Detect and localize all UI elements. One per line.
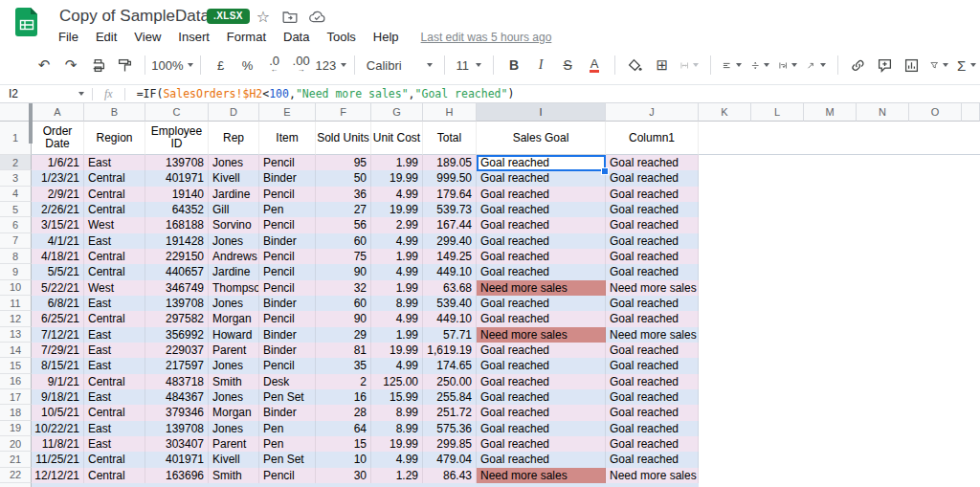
column-header-L[interactable]: L — [751, 103, 804, 122]
cell[interactable]: 4.99 — [371, 233, 423, 249]
insert-chart-button[interactable] — [903, 54, 921, 77]
cell[interactable]: 11/8/21 — [32, 436, 84, 452]
merge-cells-button[interactable] — [680, 54, 699, 77]
row-header-17[interactable]: 17 — [0, 389, 32, 405]
cell[interactable]: 139708 — [145, 155, 209, 170]
row-header-2[interactable]: 2 — [0, 155, 32, 170]
cell[interactable]: Goal reached — [606, 187, 699, 202]
font-family-select[interactable]: Calibri — [367, 54, 433, 77]
cell[interactable]: 4.99 — [371, 358, 423, 373]
cell[interactable]: Smith — [209, 468, 259, 483]
column-header-O[interactable]: O — [909, 103, 962, 122]
cell[interactable]: Binder — [259, 170, 316, 186]
cell[interactable]: 64 — [316, 421, 371, 436]
cell[interactable]: 163696 — [145, 468, 209, 483]
row-header-19[interactable]: 19 — [0, 421, 32, 436]
column-header-J[interactable]: J — [606, 103, 699, 122]
create-filter-button[interactable] — [930, 54, 948, 77]
cell[interactable]: 8.99 — [371, 405, 423, 420]
cell[interactable]: 139708 — [145, 421, 209, 436]
cell[interactable]: Goal reached — [477, 187, 606, 202]
cell[interactable]: Goal reached — [477, 389, 606, 405]
cell[interactable]: 4.99 — [371, 187, 423, 202]
cell[interactable]: East — [84, 233, 145, 249]
cell[interactable]: Sorvino — [209, 217, 259, 232]
cell[interactable]: Pencil — [259, 249, 316, 264]
cell[interactable]: 60 — [316, 233, 371, 249]
cell[interactable]: 19.99 — [371, 170, 423, 186]
cell[interactable]: East — [84, 327, 145, 343]
cell-header-item[interactable]: Item — [259, 122, 316, 155]
cell[interactable]: 60 — [316, 296, 371, 311]
cell[interactable]: 9/1/21 — [32, 374, 84, 389]
cell[interactable]: 10 — [316, 452, 371, 467]
cloud-saved-icon[interactable] — [308, 8, 325, 25]
cell[interactable]: 5/5/21 — [32, 264, 84, 279]
cell[interactable]: 2/9/21 — [32, 187, 84, 202]
cell[interactable]: Central — [84, 452, 145, 467]
cell[interactable]: 10/5/21 — [32, 405, 84, 420]
cell[interactable]: 999.50 — [423, 170, 477, 186]
cell[interactable]: 191428 — [145, 233, 209, 249]
cell[interactable]: Goal reached — [606, 264, 699, 279]
document-title[interactable]: Copy of SampleData — [59, 7, 210, 26]
cell[interactable]: 19.99 — [371, 343, 423, 358]
cell[interactable]: 449.10 — [423, 264, 477, 279]
cell[interactable]: 168188 — [145, 217, 209, 232]
cell[interactable]: Goal reached — [477, 296, 606, 311]
cell[interactable]: East — [84, 358, 145, 373]
cell[interactable]: Goal reached — [477, 202, 606, 217]
row-header-11[interactable]: 11 — [0, 296, 32, 311]
cell[interactable]: 1.99 — [371, 280, 423, 296]
menu-view[interactable]: View — [125, 30, 169, 44]
number-format-menu[interactable]: 123 — [320, 54, 343, 77]
cell[interactable]: Pencil — [259, 311, 316, 326]
cell[interactable]: Goal reached — [606, 452, 699, 467]
cell[interactable]: 401971 — [145, 170, 209, 186]
cell[interactable]: 28 — [316, 405, 371, 420]
cell[interactable]: Goal reached — [606, 358, 699, 373]
cell[interactable]: Thompson — [209, 280, 259, 296]
format-percent-button[interactable]: % — [239, 54, 256, 77]
cell[interactable]: Goal reached — [477, 374, 606, 389]
star-icon[interactable]: ☆ — [255, 8, 272, 25]
cell[interactable]: 4.99 — [371, 311, 423, 326]
move-to-folder-icon[interactable] — [281, 8, 299, 25]
strikethrough-button[interactable]: S — [559, 54, 576, 77]
cell[interactable]: Goal reached — [606, 421, 699, 436]
cell[interactable]: Pen — [259, 202, 316, 217]
cell[interactable]: Goal reached — [477, 233, 606, 249]
cell[interactable]: Pencil — [259, 264, 316, 279]
cell[interactable]: Central — [84, 202, 145, 217]
row-header-1[interactable]: 1 — [0, 122, 32, 155]
cell-header-sales-goal[interactable]: Sales Goal — [477, 122, 606, 155]
name-box[interactable]: I2 — [0, 87, 92, 100]
cell[interactable]: Jones — [209, 421, 259, 436]
cell[interactable]: Goal reached — [606, 343, 699, 358]
cell[interactable]: 81 — [316, 343, 371, 358]
cell[interactable]: Pen Set — [259, 452, 316, 467]
cell[interactable]: 250.00 — [423, 374, 477, 389]
cell-header-region[interactable]: Region — [84, 122, 145, 155]
cell[interactable]: Central — [84, 187, 145, 202]
cell[interactable]: Pencil — [259, 155, 316, 170]
cell[interactable]: 15.99 — [371, 389, 423, 405]
last-edit-link[interactable]: Last edit was 5 hours ago — [421, 31, 552, 44]
insert-link-button[interactable] — [850, 54, 867, 77]
column-header-D[interactable]: D — [209, 103, 259, 122]
cell[interactable]: Need more sales — [477, 468, 606, 483]
xlsx-badge[interactable]: .XLSX — [207, 9, 250, 24]
cell[interactable]: 401971 — [145, 452, 209, 467]
cell[interactable]: 9/18/21 — [32, 389, 84, 405]
cell[interactable]: 440657 — [145, 264, 209, 279]
cell[interactable]: 8/15/21 — [32, 358, 84, 373]
cell[interactable]: Morgan — [209, 311, 259, 326]
cell[interactable]: 16 — [316, 389, 371, 405]
cell[interactable]: Goal reached — [477, 452, 606, 467]
cell[interactable]: Goal reached — [606, 311, 699, 326]
cell[interactable]: Parent — [209, 343, 259, 358]
column-header-B[interactable]: B — [84, 103, 145, 122]
cell[interactable]: Andrews — [209, 249, 259, 264]
cell[interactable]: 346749 — [145, 280, 209, 296]
cell[interactable]: Goal reached — [477, 217, 606, 232]
